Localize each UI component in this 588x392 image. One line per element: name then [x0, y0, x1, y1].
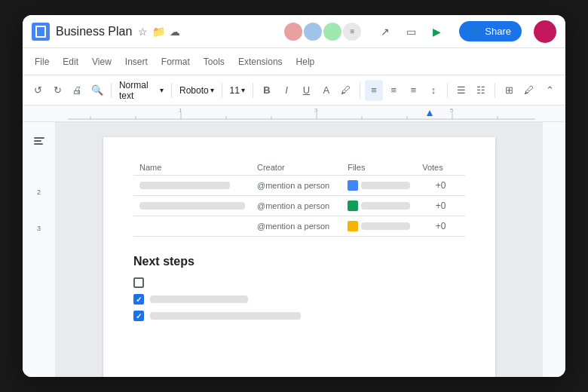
folder-icon[interactable]: 📁	[152, 26, 165, 38]
ruler-svg: 1 3 5	[23, 106, 565, 122]
menu-bar: File Edit View Insert Format Tools Exten…	[23, 48, 565, 75]
font-size[interactable]: 11 ▾	[227, 84, 248, 97]
doc-icon	[32, 23, 50, 41]
check-text	[150, 312, 301, 320]
text-color-button[interactable]: A	[317, 80, 335, 101]
sidebar-panel: 2 3	[23, 122, 56, 377]
meet-icon[interactable]: ▶	[426, 21, 447, 42]
separator	[222, 83, 222, 98]
col-header-files: Files	[341, 160, 416, 176]
votes-cell[interactable]: +0	[416, 176, 465, 196]
creator-cell[interactable]: @mention a person	[251, 196, 341, 216]
files-cell	[341, 216, 416, 237]
file-placeholder	[361, 202, 410, 210]
creator-cell[interactable]: @mention a person	[251, 176, 341, 196]
line-spacing-button[interactable]: ↕	[424, 80, 443, 101]
document-title[interactable]: Business Plan	[56, 25, 132, 38]
resource-table: Name Creator Files Votes	[133, 160, 465, 237]
menu-format[interactable]: Format	[155, 54, 196, 70]
check-item	[133, 311, 465, 321]
name-placeholder	[139, 202, 245, 210]
avatar	[283, 21, 304, 42]
bold-button[interactable]: B	[258, 80, 276, 101]
menu-extensions[interactable]: Extensions	[232, 54, 289, 70]
underline-button[interactable]: U	[297, 80, 315, 101]
insert-image-button[interactable]: ⊞	[500, 80, 518, 101]
section-title: Next steps	[133, 255, 465, 268]
name-placeholder	[139, 182, 230, 189]
votes-cell[interactable]: +0	[416, 196, 465, 216]
avatar	[322, 21, 343, 42]
separator	[111, 83, 112, 98]
col-header-votes: Votes	[416, 160, 465, 176]
ruler: 1 3 5	[23, 106, 565, 122]
align-center-button[interactable]: ≡	[384, 80, 403, 101]
avatar-group: ≡	[283, 21, 363, 42]
doc-area[interactable]: Name Creator Files Votes	[56, 122, 543, 377]
doc-page: Name Creator Files Votes	[103, 137, 495, 377]
bullet-list-button[interactable]: ☰	[452, 80, 470, 101]
font-select[interactable]: Roboto ▾	[176, 84, 217, 97]
style-select[interactable]: Normal text ▾	[116, 78, 167, 103]
trending-icon[interactable]: ↗	[375, 21, 396, 42]
mention-text: @mention a person	[257, 222, 329, 231]
name-cell	[133, 216, 251, 237]
separator	[495, 83, 495, 98]
mention-text: @mention a person	[257, 181, 329, 190]
file-cell	[348, 201, 410, 211]
zoom-button[interactable]: 🔍	[88, 80, 106, 101]
menu-edit[interactable]: Edit	[57, 54, 84, 70]
checkbox-checked[interactable]	[133, 311, 144, 321]
undo-button[interactable]: ↺	[29, 80, 47, 101]
star-icon[interactable]: ☆	[138, 26, 148, 38]
menu-view[interactable]: View	[86, 54, 118, 70]
menu-tools[interactable]: Tools	[198, 54, 231, 70]
votes-cell[interactable]: +0	[416, 216, 465, 237]
creator-cell[interactable]: @mention a person	[251, 216, 341, 237]
menu-insert[interactable]: Insert	[119, 54, 154, 70]
file-placeholder	[361, 182, 410, 189]
name-cell	[133, 196, 251, 216]
share-icon: 👤	[470, 26, 482, 37]
align-right-button[interactable]: ≡	[405, 80, 423, 101]
svg-marker-14	[427, 110, 433, 116]
menu-file[interactable]: File	[29, 54, 55, 70]
col-header-name: Name	[133, 160, 251, 176]
file-placeholder	[361, 222, 410, 230]
file-cell	[348, 221, 410, 231]
separator	[360, 83, 360, 98]
checkbox-unchecked[interactable]	[133, 277, 144, 288]
align-left-button[interactable]: ≡	[365, 80, 383, 101]
table-row: @mention a person +0	[133, 216, 465, 237]
svg-text:3: 3	[314, 107, 318, 114]
sheets-icon	[348, 201, 358, 211]
avatar-count: ≡	[341, 21, 363, 42]
check-text	[150, 296, 248, 303]
separator	[447, 83, 448, 98]
checkbox-checked[interactable]	[133, 294, 144, 305]
paint-format-button[interactable]: 🖊	[520, 80, 538, 101]
menu-help[interactable]: Help	[290, 54, 321, 70]
checklist	[133, 277, 465, 321]
table-row: @mention a person +0	[133, 176, 465, 196]
user-avatar[interactable]	[534, 20, 556, 43]
slides-icon	[348, 221, 358, 231]
right-panel	[543, 122, 565, 377]
col-header-creator: Creator	[251, 160, 341, 176]
redo-button[interactable]: ↻	[48, 80, 66, 101]
print-button[interactable]: 🖨	[69, 80, 87, 101]
outline-icon[interactable]	[29, 131, 50, 152]
highlight-button[interactable]: 🖊	[337, 80, 355, 101]
chat-icon[interactable]: ▭	[400, 21, 421, 42]
cloud-icon[interactable]: ☁	[170, 26, 180, 38]
app-window: Business Plan ☆ 📁 ☁ ≡ ↗ ▭ ▶ 👤 Share File…	[23, 15, 565, 377]
toolbar-icons: ↗ ▭ ▶	[375, 21, 447, 42]
italic-button[interactable]: I	[277, 80, 296, 101]
files-cell	[341, 196, 416, 216]
svg-text:1: 1	[179, 107, 182, 114]
docs-icon	[348, 180, 358, 191]
title-icons: ☆ 📁 ☁	[138, 26, 180, 38]
collapse-button[interactable]: ⌃	[541, 80, 559, 101]
numbered-list-button[interactable]: ☷	[472, 80, 490, 101]
share-button[interactable]: 👤 Share	[459, 21, 522, 41]
